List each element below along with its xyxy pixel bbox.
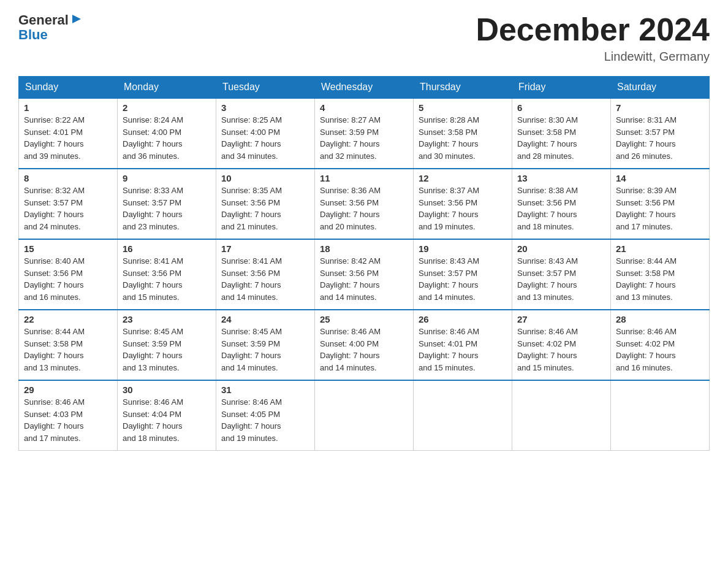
day-info: Sunrise: 8:24 AM Sunset: 4:00 PM Dayligh…	[123, 114, 211, 162]
calendar-cell: 15 Sunrise: 8:40 AM Sunset: 3:56 PM Dayl…	[19, 239, 118, 310]
calendar-header-row: SundayMondayTuesdayWednesdayThursdayFrid…	[19, 77, 710, 99]
calendar-cell: 17 Sunrise: 8:41 AM Sunset: 3:56 PM Dayl…	[216, 239, 315, 310]
calendar-cell: 29 Sunrise: 8:46 AM Sunset: 4:03 PM Dayl…	[19, 380, 118, 451]
calendar-cell	[611, 380, 710, 451]
calendar-cell: 31 Sunrise: 8:46 AM Sunset: 4:05 PM Dayl…	[216, 380, 315, 451]
day-info: Sunrise: 8:31 AM Sunset: 3:57 PM Dayligh…	[616, 114, 704, 162]
day-info: Sunrise: 8:45 AM Sunset: 3:59 PM Dayligh…	[221, 326, 309, 373]
title-area: December 2024 Lindewitt, Germany	[476, 12, 710, 64]
day-info: Sunrise: 8:46 AM Sunset: 4:02 PM Dayligh…	[616, 326, 704, 373]
col-header-saturday: Saturday	[611, 77, 710, 99]
day-info: Sunrise: 8:25 AM Sunset: 4:00 PM Dayligh…	[221, 114, 309, 162]
day-number: 19	[419, 243, 507, 254]
calendar-week-row: 15 Sunrise: 8:40 AM Sunset: 3:56 PM Dayl…	[19, 239, 710, 310]
calendar-cell	[512, 380, 611, 451]
day-info: Sunrise: 8:46 AM Sunset: 4:04 PM Dayligh…	[123, 396, 211, 444]
day-info: Sunrise: 8:22 AM Sunset: 4:01 PM Dayligh…	[24, 114, 112, 162]
month-year-title: December 2024	[476, 12, 710, 47]
day-number: 13	[517, 173, 605, 183]
calendar-cell: 16 Sunrise: 8:41 AM Sunset: 3:56 PM Dayl…	[118, 239, 216, 310]
calendar-week-row: 1 Sunrise: 8:22 AM Sunset: 4:01 PM Dayli…	[19, 98, 710, 169]
day-number: 12	[419, 173, 507, 183]
day-number: 14	[616, 173, 704, 183]
calendar-cell: 25 Sunrise: 8:46 AM Sunset: 4:00 PM Dayl…	[315, 310, 414, 380]
calendar-cell: 28 Sunrise: 8:46 AM Sunset: 4:02 PM Dayl…	[611, 310, 710, 380]
logo-general: General	[18, 12, 69, 28]
day-number: 11	[320, 173, 408, 183]
calendar-cell: 5 Sunrise: 8:28 AM Sunset: 3:58 PM Dayli…	[414, 98, 512, 169]
col-header-monday: Monday	[118, 77, 216, 99]
day-info: Sunrise: 8:43 AM Sunset: 3:57 PM Dayligh…	[419, 255, 507, 303]
day-info: Sunrise: 8:38 AM Sunset: 3:56 PM Dayligh…	[517, 185, 605, 232]
calendar-cell: 8 Sunrise: 8:32 AM Sunset: 3:57 PM Dayli…	[19, 169, 118, 239]
calendar-week-row: 8 Sunrise: 8:32 AM Sunset: 3:57 PM Dayli…	[19, 169, 710, 239]
day-number: 27	[517, 314, 605, 324]
day-number: 30	[123, 385, 211, 395]
day-info: Sunrise: 8:41 AM Sunset: 3:56 PM Dayligh…	[123, 255, 211, 303]
day-info: Sunrise: 8:41 AM Sunset: 3:56 PM Dayligh…	[221, 255, 309, 303]
calendar-cell	[414, 380, 512, 451]
day-info: Sunrise: 8:46 AM Sunset: 4:02 PM Dayligh…	[517, 326, 605, 373]
day-info: Sunrise: 8:30 AM Sunset: 3:58 PM Dayligh…	[517, 114, 605, 162]
calendar-cell: 18 Sunrise: 8:42 AM Sunset: 3:56 PM Dayl…	[315, 239, 414, 310]
day-info: Sunrise: 8:32 AM Sunset: 3:57 PM Dayligh…	[24, 185, 112, 232]
calendar-cell: 20 Sunrise: 8:43 AM Sunset: 3:57 PM Dayl…	[512, 239, 611, 310]
day-number: 10	[221, 173, 309, 183]
day-number: 22	[24, 314, 112, 324]
day-number: 2	[123, 102, 211, 113]
calendar-cell: 13 Sunrise: 8:38 AM Sunset: 3:56 PM Dayl…	[512, 169, 611, 239]
calendar-cell: 24 Sunrise: 8:45 AM Sunset: 3:59 PM Dayl…	[216, 310, 315, 380]
day-info: Sunrise: 8:46 AM Sunset: 4:00 PM Dayligh…	[320, 326, 408, 373]
day-number: 29	[24, 385, 112, 395]
calendar-table: SundayMondayTuesdayWednesdayThursdayFrid…	[18, 76, 710, 451]
calendar-week-row: 22 Sunrise: 8:44 AM Sunset: 3:58 PM Dayl…	[19, 310, 710, 380]
col-header-friday: Friday	[512, 77, 611, 99]
day-number: 8	[24, 173, 112, 183]
calendar-cell: 2 Sunrise: 8:24 AM Sunset: 4:00 PM Dayli…	[118, 98, 216, 169]
day-info: Sunrise: 8:46 AM Sunset: 4:01 PM Dayligh…	[419, 326, 507, 373]
day-number: 20	[517, 243, 605, 254]
day-number: 26	[419, 314, 507, 324]
day-number: 15	[24, 243, 112, 254]
day-number: 5	[419, 102, 507, 113]
calendar-cell: 26 Sunrise: 8:46 AM Sunset: 4:01 PM Dayl…	[414, 310, 512, 380]
calendar-cell: 9 Sunrise: 8:33 AM Sunset: 3:57 PM Dayli…	[118, 169, 216, 239]
calendar-cell: 14 Sunrise: 8:39 AM Sunset: 3:56 PM Dayl…	[611, 169, 710, 239]
location-label: Lindewitt, Germany	[476, 50, 710, 64]
calendar-cell: 6 Sunrise: 8:30 AM Sunset: 3:58 PM Dayli…	[512, 98, 611, 169]
day-info: Sunrise: 8:42 AM Sunset: 3:56 PM Dayligh…	[320, 255, 408, 303]
col-header-wednesday: Wednesday	[315, 77, 414, 99]
calendar-cell: 27 Sunrise: 8:46 AM Sunset: 4:02 PM Dayl…	[512, 310, 611, 380]
calendar-week-row: 29 Sunrise: 8:46 AM Sunset: 4:03 PM Dayl…	[19, 380, 710, 451]
calendar-cell	[315, 380, 414, 451]
day-info: Sunrise: 8:36 AM Sunset: 3:56 PM Dayligh…	[320, 185, 408, 232]
day-info: Sunrise: 8:28 AM Sunset: 3:58 PM Dayligh…	[419, 114, 507, 162]
day-info: Sunrise: 8:44 AM Sunset: 3:58 PM Dayligh…	[616, 255, 704, 303]
calendar-cell: 23 Sunrise: 8:45 AM Sunset: 3:59 PM Dayl…	[118, 310, 216, 380]
day-info: Sunrise: 8:46 AM Sunset: 4:03 PM Dayligh…	[24, 396, 112, 444]
day-number: 21	[616, 243, 704, 254]
day-number: 31	[221, 385, 309, 395]
day-number: 16	[123, 243, 211, 254]
calendar-cell: 30 Sunrise: 8:46 AM Sunset: 4:04 PM Dayl…	[118, 380, 216, 451]
day-number: 25	[320, 314, 408, 324]
page-header: General Blue December 2024 Lindewitt, Ge…	[18, 12, 710, 64]
day-number: 23	[123, 314, 211, 324]
day-info: Sunrise: 8:43 AM Sunset: 3:57 PM Dayligh…	[517, 255, 605, 303]
day-number: 6	[517, 102, 605, 113]
col-header-sunday: Sunday	[19, 77, 118, 99]
calendar-cell: 4 Sunrise: 8:27 AM Sunset: 3:59 PM Dayli…	[315, 98, 414, 169]
day-number: 9	[123, 173, 211, 183]
day-info: Sunrise: 8:40 AM Sunset: 3:56 PM Dayligh…	[24, 255, 112, 303]
calendar-cell: 22 Sunrise: 8:44 AM Sunset: 3:58 PM Dayl…	[19, 310, 118, 380]
calendar-cell: 1 Sunrise: 8:22 AM Sunset: 4:01 PM Dayli…	[19, 98, 118, 169]
day-number: 17	[221, 243, 309, 254]
day-info: Sunrise: 8:46 AM Sunset: 4:05 PM Dayligh…	[221, 396, 309, 444]
day-info: Sunrise: 8:44 AM Sunset: 3:58 PM Dayligh…	[24, 326, 112, 373]
col-header-tuesday: Tuesday	[216, 77, 315, 99]
day-number: 1	[24, 102, 112, 113]
day-number: 24	[221, 314, 309, 324]
day-info: Sunrise: 8:37 AM Sunset: 3:56 PM Dayligh…	[419, 185, 507, 232]
calendar-cell: 3 Sunrise: 8:25 AM Sunset: 4:00 PM Dayli…	[216, 98, 315, 169]
col-header-thursday: Thursday	[414, 77, 512, 99]
